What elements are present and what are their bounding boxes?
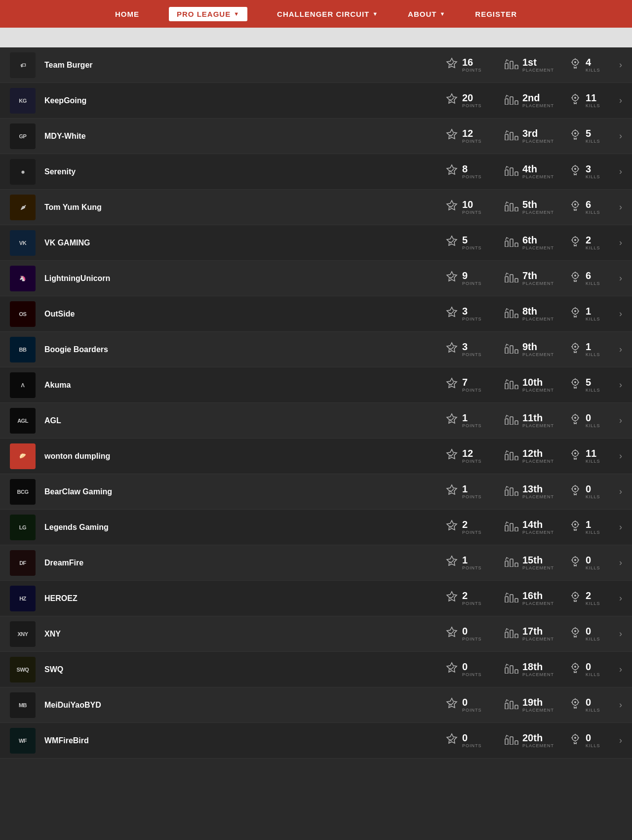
nav-home[interactable]: HOME <box>115 10 139 18</box>
team-logo: DF <box>10 550 36 576</box>
table-row[interactable]: GP MDY-White 12 POINTS 3rd PLACEMENT <box>0 119 632 154</box>
expand-icon[interactable]: › <box>619 735 622 746</box>
nav-pro-league[interactable]: PRO LEAGUE ▼ <box>169 7 247 21</box>
placement-icon <box>505 698 518 712</box>
placement-value: 20th <box>522 733 543 743</box>
expand-icon[interactable]: › <box>619 273 622 283</box>
expand-icon[interactable]: › <box>619 309 622 319</box>
table-row[interactable]: MB MeiDuiYaoBYD 0 POINTS 19th PLACEMENT <box>0 687 632 723</box>
team-name: MeiDuiYaoBYD <box>44 701 445 710</box>
team-logo: 🏷 <box>10 52 36 78</box>
kills-value: 6 <box>586 200 591 209</box>
expand-icon[interactable]: › <box>619 95 622 106</box>
svg-rect-101 <box>515 385 518 389</box>
team-stats: 2 POINTS 14th PLACEMENT <box>445 520 613 535</box>
expand-icon[interactable]: › <box>619 238 622 248</box>
nav-about[interactable]: ABOUT ▼ <box>408 10 445 18</box>
kills-value: 2 <box>586 591 591 600</box>
expand-icon[interactable]: › <box>619 593 622 603</box>
team-name: Boogie Boarders <box>44 345 445 354</box>
table-row[interactable]: 🥟 wonton dumpling 12 POINTS 12th PLACEME… <box>0 439 632 474</box>
table-row[interactable]: BB Boogie Boarders 3 POINTS 9th PLACEMEN… <box>0 332 632 367</box>
team-logo: ⎈ <box>10 159 36 185</box>
kills-stat: 6 KILLS <box>569 200 613 215</box>
expand-icon[interactable]: › <box>619 202 622 212</box>
expand-icon[interactable]: › <box>619 166 622 177</box>
placement-label: PLACEMENT <box>522 139 554 144</box>
table-row[interactable]: AGL AGL 1 POINTS 11th PLACEMENT <box>0 403 632 439</box>
points-value: 0 <box>462 662 468 672</box>
expand-icon[interactable]: › <box>619 451 622 461</box>
placement-value: 3rd <box>522 128 538 138</box>
table-row[interactable]: WF WMFireBird 0 POINTS 20th PLACEMENT <box>0 723 632 759</box>
kills-label: KILLS <box>586 530 600 535</box>
svg-rect-12 <box>510 97 513 105</box>
table-row[interactable]: BCG BearClaw Gaming 1 POINTS 13th PLACEM… <box>0 474 632 510</box>
expand-icon[interactable]: › <box>619 700 622 710</box>
kills-stat: 11 KILLS <box>569 93 613 109</box>
placement-label: PLACEMENT <box>522 352 554 357</box>
points-icon <box>445 57 458 73</box>
kills-value: 1 <box>586 306 591 316</box>
svg-point-136 <box>574 488 576 490</box>
nav-register[interactable]: REGISTER <box>475 10 517 18</box>
expand-icon[interactable]: › <box>619 415 622 426</box>
table-row[interactable]: SWQ SWQ 0 POINTS 18th PLACEMENT <box>0 652 632 687</box>
team-stats: 3 POINTS 8th PLACEMENT <box>445 306 613 322</box>
kills-label: KILLS <box>586 68 600 73</box>
expand-icon[interactable]: › <box>619 131 622 141</box>
points-label: POINTS <box>462 388 482 393</box>
table-row[interactable]: 🏷 Team Burger 16 POINTS 1st PLACEMENT <box>0 47 632 83</box>
points-value: 0 <box>462 697 468 707</box>
points-stat: 0 POINTS <box>445 662 490 678</box>
team-name: AGL <box>44 416 445 425</box>
table-row[interactable]: 🌶 Tom Yum Kung 10 POINTS 5th PLACEMENT <box>0 190 632 225</box>
kills-icon <box>569 342 582 358</box>
points-value: 0 <box>462 733 468 743</box>
team-logo: KG <box>10 88 36 114</box>
points-value: 2 <box>462 591 468 600</box>
points-label: POINTS <box>462 494 482 499</box>
navigation: HOME PRO LEAGUE ▼ CHALLENGER CIRCUIT ▼ A… <box>0 0 632 28</box>
points-icon <box>445 733 458 749</box>
svg-point-169 <box>574 595 576 597</box>
points-icon <box>445 555 458 571</box>
table-row[interactable]: OS OutSide 3 POINTS 8th PLACEMENT <box>0 296 632 332</box>
placement-icon <box>505 343 518 357</box>
svg-rect-35 <box>515 172 518 176</box>
nav-challenger-circuit[interactable]: CHALLENGER CIRCUIT ▼ <box>277 10 378 18</box>
expand-icon[interactable]: › <box>619 344 622 355</box>
expand-icon[interactable]: › <box>619 664 622 675</box>
placement-stat: 11th PLACEMENT <box>505 413 554 428</box>
expand-icon[interactable]: › <box>619 629 622 639</box>
svg-rect-144 <box>510 523 513 531</box>
expand-icon[interactable]: › <box>619 558 622 568</box>
table-row[interactable]: ⎈ Serenity 8 POINTS 4th PLACEMENT <box>0 154 632 190</box>
table-row[interactable]: DF DreamFire 1 POINTS 15th PLACEMENT <box>0 545 632 581</box>
table-row[interactable]: XNY XNY 0 POINTS 17th PLACEMENT <box>0 616 632 652</box>
table-row[interactable]: HZ HEROEZ 2 POINTS 16th PLACEMENT <box>0 581 632 616</box>
svg-rect-167 <box>515 599 518 602</box>
placement-icon <box>505 627 518 641</box>
kills-label: KILLS <box>586 743 600 748</box>
placement-icon <box>505 200 518 214</box>
expand-icon[interactable]: › <box>619 60 622 70</box>
table-row[interactable]: 🦄 LightningUnicorn 9 POINTS 7th PLACEMEN… <box>0 261 632 296</box>
kills-stat: 2 KILLS <box>569 591 613 606</box>
kills-value: 2 <box>586 235 591 245</box>
team-name: SWQ <box>44 665 445 674</box>
table-row[interactable]: VK VK GAMING 5 POINTS 6th PLACEMENT <box>0 225 632 261</box>
points-label: POINTS <box>462 245 482 250</box>
placement-stat: 15th PLACEMENT <box>505 555 554 570</box>
placement-value: 5th <box>522 200 537 209</box>
expand-icon[interactable]: › <box>619 522 622 532</box>
table-row[interactable]: Λ Akuma 7 POINTS 10th PLACEMENT <box>0 367 632 403</box>
kills-stat: 0 KILLS <box>569 662 613 678</box>
table-row[interactable]: LG Legends Gaming 2 POINTS 14th PLACEMEN… <box>0 510 632 545</box>
expand-icon[interactable]: › <box>619 380 622 390</box>
expand-icon[interactable]: › <box>619 486 622 497</box>
table-row[interactable]: KG KeepGoing 20 POINTS 2nd PLACEMENT <box>0 83 632 119</box>
team-name: Legends Gaming <box>44 523 445 532</box>
team-stats: 3 POINTS 9th PLACEMENT <box>445 342 613 358</box>
svg-rect-199 <box>510 701 513 709</box>
